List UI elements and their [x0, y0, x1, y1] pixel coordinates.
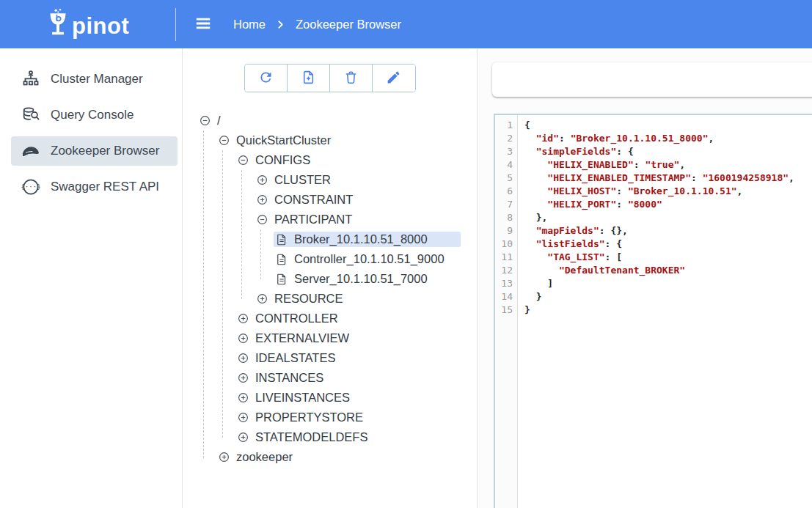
tree-node-statemodeldefs[interactable]: STATEMODELDEFS — [183, 427, 461, 447]
tree-node-label: Server_10.1.10.51_7000 — [294, 272, 428, 286]
expand-toggle-icon[interactable] — [237, 312, 249, 325]
refresh-button[interactable] — [245, 65, 288, 92]
edit-node-button[interactable] — [373, 65, 415, 92]
header-divider — [175, 8, 176, 41]
delete-node-button[interactable] — [330, 65, 373, 92]
tree-node-label: LIVEINSTANCES — [255, 391, 350, 405]
delete-icon — [343, 70, 359, 87]
tree-node-resource[interactable]: RESOURCE — [183, 289, 461, 309]
line-number: 7 — [495, 198, 517, 211]
tree-node-quickstartcluster[interactable]: QuickStartCluster — [183, 130, 461, 150]
tree-node-idealstates[interactable]: IDEALSTATES — [183, 348, 461, 368]
tree-node-zookeeper[interactable]: zookeeper — [183, 447, 461, 467]
expand-toggle-icon[interactable] — [237, 332, 249, 345]
tree-node-label: CLUSTER — [274, 173, 331, 187]
collapse-toggle-icon[interactable] — [256, 213, 268, 226]
tree-node-label: EXTERNALVIEW — [255, 331, 349, 345]
tree-node-liveinstances[interactable]: LIVEINSTANCES — [183, 388, 461, 408]
chevron-right-icon — [275, 19, 286, 30]
code-line: }, — [524, 211, 794, 224]
line-number: 9 — [495, 224, 517, 238]
sidebar: Cluster Manager Query Console Zookeeper … — [0, 48, 183, 508]
collapse-toggle-icon[interactable] — [199, 114, 211, 127]
code-editor[interactable]: 123456789101112131415 { "id": "Broker_10… — [494, 114, 812, 508]
logo-text: pinot — [72, 15, 129, 40]
expand-toggle-icon[interactable] — [256, 194, 268, 206]
tree-node-externalview[interactable]: EXTERNALVIEW — [183, 328, 461, 348]
file-icon — [275, 233, 288, 246]
tree-node-propertystore[interactable]: PROPERTYSTORE — [183, 408, 461, 427]
expand-toggle-icon[interactable] — [218, 451, 230, 463]
tree-toolbar — [183, 64, 477, 92]
expand-toggle-icon[interactable] — [237, 372, 249, 384]
code-line: "listFields": { — [524, 238, 794, 251]
tree-node-server-10-1-10-51-7000[interactable]: Server_10.1.10.51_7000 — [183, 269, 461, 289]
code-line: "HELIX_HOST": "Broker_10.1.10.51", — [524, 185, 794, 198]
code-line: "HELIX_ENABLED_TIMESTAMP": "160019425891… — [524, 172, 794, 185]
collapse-toggle-icon[interactable] — [218, 134, 230, 147]
tree-node-label: IDEALSTATES — [255, 351, 335, 365]
wine-glass-icon — [45, 8, 70, 40]
expand-toggle-icon[interactable] — [237, 431, 249, 443]
expand-toggle-icon[interactable] — [256, 292, 268, 305]
tree-node-label: CONSTRAINT — [274, 193, 353, 207]
line-number: 13 — [495, 277, 517, 290]
tree-node-label: PROPERTYSTORE — [255, 411, 363, 424]
tree-node-label: QuickStartCluster — [236, 133, 331, 147]
code-line: } — [524, 303, 794, 317]
line-number: 1 — [495, 119, 517, 132]
file-icon — [275, 273, 288, 286]
tree-node-instances[interactable]: INSTANCES — [183, 368, 461, 388]
tree-node-controller-10-1-10-51-9000[interactable]: Controller_10.1.10.51_9000 — [183, 249, 461, 269]
code-line: ] — [524, 277, 794, 290]
expand-toggle-icon[interactable] — [256, 174, 268, 186]
sidebar-item-label: Cluster Manager — [51, 72, 143, 86]
code-line: { — [524, 119, 794, 132]
add-node-button[interactable] — [288, 65, 330, 92]
detail-panel: 123456789101112131415 { "id": "Broker_10… — [477, 48, 812, 508]
sidebar-item-cluster-manager[interactable]: Cluster Manager — [11, 65, 178, 94]
code-line: "simpleFields": { — [524, 145, 794, 158]
line-number: 8 — [495, 211, 517, 224]
expand-toggle-icon[interactable] — [237, 411, 249, 424]
sidebar-item-label: Swagger REST API — [51, 180, 159, 194]
sidebar-item-swagger-rest-api[interactable]: {···}Swagger REST API — [11, 172, 178, 202]
tree-node-root[interactable]: / — [183, 111, 461, 130]
tree-node-participant[interactable]: PARTICIPANT — [183, 210, 461, 229]
tree-panel: / QuickStartCluster CONFIGS CLUSTER CONS… — [183, 48, 478, 508]
zookeeper-icon — [21, 141, 40, 161]
collapse-toggle-icon[interactable] — [237, 154, 249, 166]
line-number: 6 — [495, 185, 517, 198]
tree-node-constraint[interactable]: CONSTRAINT — [183, 190, 461, 210]
code-line: "HELIX_ENABLED": "true", — [524, 158, 794, 172]
tree-guide-line — [203, 130, 204, 458]
sidebar-item-query-console[interactable]: Query Console — [11, 100, 178, 130]
toolbar-button-group — [244, 64, 416, 92]
menu-button[interactable] — [192, 14, 214, 34]
tree-node-label: PARTICIPANT — [274, 213, 352, 227]
line-number: 5 — [495, 172, 517, 185]
pinot-logo[interactable]: pinot — [45, 8, 129, 40]
breadcrumb-home-link[interactable]: Home — [233, 18, 266, 32]
tree-node-controller[interactable]: CONTROLLER — [183, 309, 461, 328]
swagger-icon: {···} — [21, 177, 40, 197]
tree-guide-line — [260, 229, 261, 279]
tree-node-configs[interactable]: CONFIGS — [183, 150, 461, 170]
code-line: "DefaultTenant_BROKER" — [524, 264, 794, 277]
expand-toggle-icon[interactable] — [237, 391, 249, 404]
breadcrumb: Home Zookeeper Browser — [233, 0, 401, 48]
editor-gutter: 123456789101112131415 — [495, 115, 518, 508]
editor-card — [492, 62, 812, 97]
hamburger-icon — [194, 24, 213, 35]
tree-node-cluster[interactable]: CLUSTER — [183, 170, 461, 190]
expand-toggle-icon[interactable] — [237, 352, 249, 364]
tree-node-label: INSTANCES — [255, 371, 323, 385]
app-bar: pinot Home Zookeeper Browser — [0, 0, 812, 48]
file-icon — [275, 253, 288, 266]
refresh-icon — [258, 70, 274, 87]
tree-node-label: / — [217, 114, 221, 128]
sidebar-item-zookeeper-browser[interactable]: Zookeeper Browser — [11, 136, 178, 166]
cluster-manager-icon — [21, 70, 40, 89]
tree-node-broker-10-1-10-51-8000[interactable]: Broker_10.1.10.51_8000 — [183, 229, 461, 249]
tree-node-label: STATEMODELDEFS — [255, 430, 367, 444]
